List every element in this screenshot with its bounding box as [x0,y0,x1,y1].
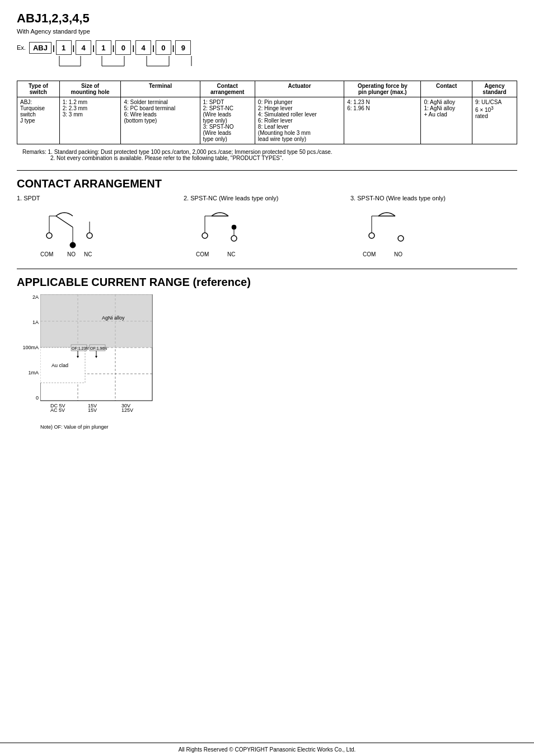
code-box-7: 9 [175,40,191,55]
svg-point-31 [369,233,374,238]
subtitle: With Agency standard type [17,28,517,35]
svg-point-27 [231,236,237,241]
diagram-spst-no: 3. SPST-NO (Wire leads type only) COM NO [350,195,517,262]
ex-label: Ex. [17,44,26,51]
diagram-spst-nc: 2. SPST-NC (Wire leads type only) [184,195,350,262]
svg-text:NC: NC [227,251,235,257]
svg-text:NO: NO [394,251,402,257]
remark-line-2: 2. Not every combination is available. P… [50,155,517,161]
cell-size: 1: 1.2 mm 2: 2.3 mm 3: 3 mm [59,97,121,144]
diagram-spst-nc-label: 2. SPST-NC (Wire leads type only) [184,195,278,201]
chart-note: Note) OF: Value of pin plunger [40,424,517,430]
code-box-6: 0 [156,40,171,55]
code-box-4: 0 [115,40,131,55]
svg-text:AgNi alloy: AgNi alloy [102,315,125,321]
contact-arrangement-title: CONTACT ARRANGEMENT [17,177,517,190]
cell-opforce: 4: 1.23 N 6: 1.96 N [344,97,421,144]
y-label-2a: 2A [32,294,39,300]
svg-text:15V: 15V [88,407,97,412]
col-header-contact-arr: Contactarrangement [200,81,255,97]
cell-switch-type: ABJ: Turquoise switch J type [17,97,60,144]
col-header-contact: Contact [421,81,472,97]
cell-actuator: 0: Pin plunger 2: Hinge lever 4: Simulat… [255,97,344,144]
diagram-spdt-svg: COM NO NC [22,205,112,262]
divider-2 [17,269,517,269]
diagram-spdt-label: 1. SPDT [17,195,40,201]
col-header-agency: Agencystandard [472,81,517,97]
col-header-opforce: Operating force bypin plunger (max.) [344,81,421,97]
svg-point-14 [70,242,76,248]
code-box-3: 1 [96,40,111,55]
y-axis-labels: 2A 1A 100mA 1mA 0 [17,294,40,401]
page-title: ABJ1,2,3,4,5 [17,11,517,26]
col-header-size: Size ofmounting hole [59,81,121,97]
svg-point-16 [87,233,92,238]
chart-svg: AgNi alloy Au clad OF:1.23N OF:1.96N [40,294,191,412]
col-header-switch: Type ofswitch [17,81,60,97]
diagram-spst-no-label: 3. SPST-NO (Wire leads type only) [350,195,446,201]
contact-arrangement-section: CONTACT ARRANGEMENT 1. SPDT [17,177,517,262]
svg-text:AC  5V: AC 5V [50,407,65,412]
svg-text:Au clad: Au clad [51,363,68,368]
current-range-title: APPLICABLE CURRENT RANGE (reference) [17,276,517,289]
code-box-1: 1 [56,40,72,55]
bracket-svg [51,56,432,74]
contact-diagrams-container: 1. SPDT C [17,195,517,262]
current-range-chart: 2A 1A 100mA 1mA 0 [17,294,196,423]
svg-text:NC: NC [84,251,92,257]
svg-text:OF:1.23N: OF:1.23N [72,346,88,350]
y-label-0: 0 [36,395,39,401]
code-box-2: 4 [76,40,91,55]
current-range-section: APPLICABLE CURRENT RANGE (reference) 2A … [17,276,517,430]
diagram-spst-nc-svg: COM NC [189,205,268,262]
svg-text:NO: NO [67,251,76,257]
svg-point-11 [46,233,52,238]
cell-contact: 0: AgNi alloy 1: AgNi alloy + Au clad [421,97,472,144]
spec-table: Type ofswitch Size ofmounting hole Termi… [17,81,517,144]
y-label-100ma: 100mA [22,345,39,350]
diagram-spst-no-svg: COM NO [356,205,434,262]
col-header-terminal: Terminal [121,81,200,97]
remark-line-1: Remarks: 1. Standard packing: Dust prote… [22,149,517,155]
svg-point-25 [232,225,236,229]
svg-text:COM: COM [363,251,376,257]
svg-point-34 [398,236,404,241]
code-box-5: 4 [135,40,151,55]
svg-text:COM: COM [40,251,53,257]
cell-terminal: 4: Solder terminal 5: PC board terminal … [121,97,200,144]
col-header-actuator: Actuator [255,81,344,97]
svg-line-10 [56,216,73,227]
svg-text:OF:1.96N: OF:1.96N [90,346,107,350]
svg-rect-44 [40,294,152,348]
svg-text:125V: 125V [121,407,133,412]
svg-text:COM: COM [196,251,209,257]
divider-1 [17,170,517,171]
abj-label: ABJ [29,42,51,54]
y-label-1a: 1A [32,320,39,325]
remarks: Remarks: 1. Standard packing: Dust prote… [17,149,517,161]
y-label-1ma: 1mA [28,370,39,375]
footer-text: All Rights Reserved © COPYRIGHT Panasoni… [179,746,356,753]
diagram-spdt: 1. SPDT C [17,195,184,262]
svg-point-22 [202,233,208,238]
coding-diagram: Ex. ABJ | 1 | 4 | 1 | 0 | 4 | 0 | 9 [17,40,517,74]
footer: All Rights Reserved © COPYRIGHT Panasoni… [0,743,534,756]
cell-contact-arr: 1: SPDT 2: SPST-NC (Wire leads type only… [200,97,255,144]
cell-agency: 9: UL/CSA6 × 103rated [472,97,517,144]
